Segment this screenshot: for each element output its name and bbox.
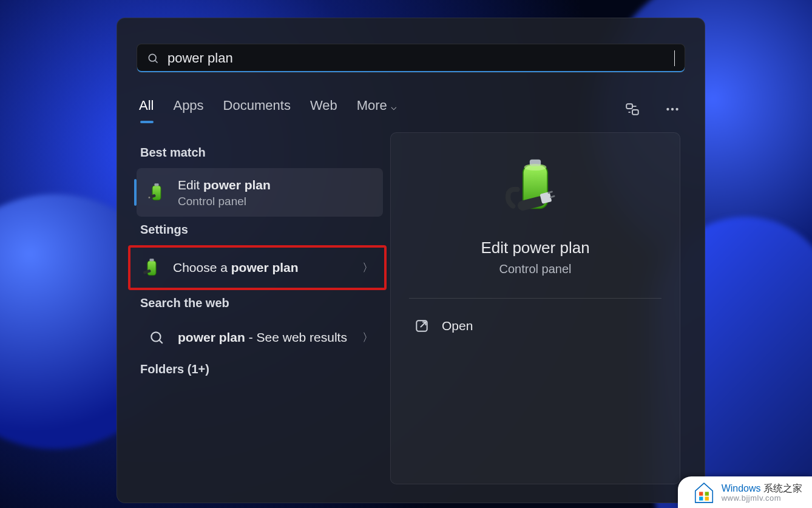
section-settings: Settings: [140, 223, 379, 237]
result-title-match: power plan: [231, 260, 299, 274]
more-options-button[interactable]: [662, 99, 683, 120]
result-title-match: power plan: [178, 330, 245, 344]
svg-line-22: [551, 196, 555, 197]
watermark-badge: Windows 系统之家 www.bjjmlv.com: [678, 476, 812, 508]
search-box[interactable]: [137, 44, 685, 73]
svg-line-21: [549, 192, 552, 193]
filter-tabs: All Apps Documents Web More⌵: [139, 95, 683, 124]
chevron-down-icon: ⌵: [391, 101, 397, 112]
svg-rect-2: [626, 104, 632, 109]
result-edit-power-plan[interactable]: Edit power plan Control panel: [137, 168, 383, 217]
annotation-highlight: Choose a power plan 〉: [128, 245, 387, 290]
svg-line-15: [160, 340, 163, 344]
watermark-url: www.bjjmlv.com: [722, 494, 802, 503]
svg-rect-3: [632, 110, 638, 115]
section-search-web: Search the web: [140, 296, 379, 310]
result-preview-pane: Edit power plan Control panel Open: [390, 132, 680, 484]
search-icon: [146, 327, 167, 348]
svg-point-14: [151, 333, 160, 342]
svg-point-4: [666, 108, 669, 110]
result-title-prefix: Edit: [178, 178, 203, 192]
windows-house-icon: [692, 481, 716, 504]
watermark-brand: Windows: [722, 483, 761, 493]
result-web-search[interactable]: power plan - See web results 〉: [137, 319, 383, 356]
power-plan-large-icon: [502, 157, 569, 224]
result-title-match: power plan: [203, 178, 271, 192]
svg-point-5: [671, 108, 674, 110]
chevron-right-icon: 〉: [362, 260, 373, 275]
quick-search-button[interactable]: [622, 99, 643, 120]
action-open[interactable]: Open: [409, 311, 661, 341]
result-title-prefix: Choose a: [173, 260, 231, 274]
svg-rect-27: [699, 496, 703, 500]
divider: [409, 298, 661, 299]
app-pair-icon: [624, 101, 640, 117]
text-caret: [674, 50, 675, 66]
section-best-match: Best match: [140, 146, 379, 160]
svg-marker-24: [695, 483, 712, 503]
ellipsis-icon: [665, 101, 680, 117]
power-plan-icon: [146, 182, 167, 203]
svg-rect-7: [152, 186, 161, 200]
svg-point-0: [149, 54, 156, 61]
action-label: Open: [442, 319, 473, 333]
result-choose-power-plan[interactable]: Choose a power plan 〉: [132, 249, 383, 286]
result-title-suffix: - See web results: [245, 330, 347, 344]
svg-rect-26: [705, 492, 708, 495]
watermark-brand-cn: 系统之家: [761, 483, 802, 493]
result-subtitle: Control panel: [178, 195, 373, 208]
results-column: Best match Edit power plan Control panel…: [137, 140, 383, 385]
svg-point-10: [149, 197, 151, 198]
tab-apps[interactable]: Apps: [173, 98, 203, 121]
open-external-icon: [414, 318, 430, 334]
section-folders: Folders (1+): [140, 362, 379, 376]
search-icon: [147, 52, 159, 64]
preview-subtitle: Control panel: [499, 262, 572, 276]
tab-documents[interactable]: Documents: [223, 98, 291, 121]
svg-rect-28: [705, 496, 708, 500]
svg-rect-11: [147, 261, 156, 276]
search-input[interactable]: [159, 50, 674, 66]
svg-line-1: [155, 61, 158, 63]
preview-title: Edit power plan: [481, 239, 589, 257]
svg-rect-8: [154, 183, 158, 186]
chevron-right-icon: 〉: [362, 330, 373, 345]
svg-point-6: [675, 108, 678, 110]
power-plan-icon: [141, 257, 162, 278]
svg-rect-12: [149, 259, 154, 261]
start-search-panel: All Apps Documents Web More⌵ Best match …: [117, 18, 705, 503]
tab-more[interactable]: More⌵: [357, 98, 397, 121]
tab-web[interactable]: Web: [310, 98, 337, 121]
tab-all[interactable]: All: [139, 98, 154, 121]
svg-rect-25: [699, 492, 703, 495]
svg-point-18: [524, 164, 547, 171]
